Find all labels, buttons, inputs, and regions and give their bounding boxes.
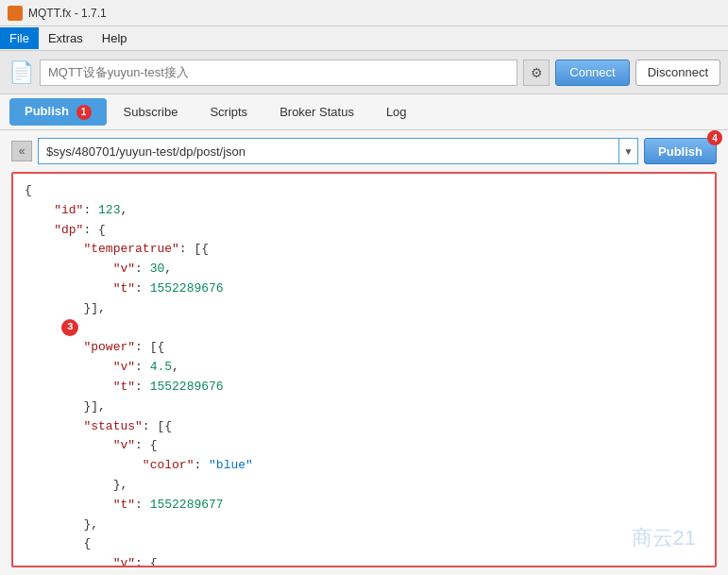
disconnect-button[interactable]: Disconnect	[635, 59, 720, 86]
publish-badge-num: 4	[707, 130, 722, 145]
menu-extras[interactable]: Extras	[39, 27, 93, 49]
publish-badge: 1	[76, 105, 92, 120]
publish-main-button[interactable]: Publish	[644, 138, 717, 164]
editor-badge: 3	[61, 319, 78, 336]
topic-bar: « ▼ Publish 4	[11, 138, 717, 164]
tab-broker-status[interactable]: Broker Status	[264, 99, 369, 125]
app-icon	[8, 6, 23, 21]
menu-help[interactable]: Help	[93, 27, 137, 49]
menu-file[interactable]: File	[0, 27, 39, 49]
connect-button[interactable]: Connect	[555, 59, 629, 86]
toolbar: 📄 ⚙ Connect Disconnect	[0, 51, 728, 94]
tabs-bar: Publish 1 Subscribe Scripts Broker Statu…	[0, 94, 728, 130]
message-editor[interactable]: { "id": 123, "dp": { "temperatrue": [{ "…	[11, 172, 717, 567]
document-icon: 📄	[8, 57, 34, 89]
title-bar: MQTT.fx - 1.7.1	[0, 0, 728, 26]
menu-bar: File Extras Help	[0, 26, 728, 51]
connection-input[interactable]	[40, 59, 517, 86]
topic-dropdown-button[interactable]: ▼	[619, 138, 638, 164]
main-content: « ▼ Publish 4 { "id": 123, "dp": { "temp…	[0, 130, 728, 575]
tab-log[interactable]: Log	[371, 99, 422, 125]
tab-publish[interactable]: Publish 1	[9, 98, 107, 126]
tab-subscribe[interactable]: Subscribe	[109, 99, 194, 125]
topic-input[interactable]	[38, 138, 619, 164]
app-title: MQTT.fx - 1.7.1	[28, 7, 107, 20]
tab-scripts[interactable]: Scripts	[195, 99, 262, 125]
collapse-button[interactable]: «	[11, 141, 32, 161]
settings-gear-button[interactable]: ⚙	[523, 59, 550, 86]
